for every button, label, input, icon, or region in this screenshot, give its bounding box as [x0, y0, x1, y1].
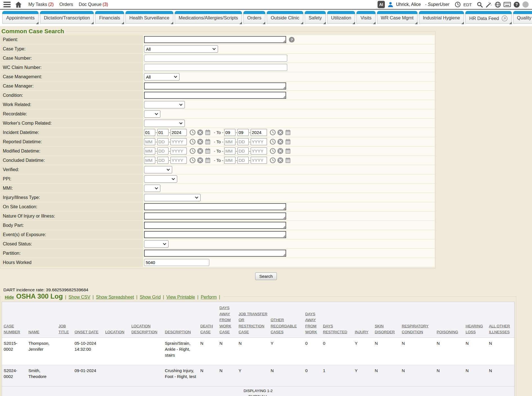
verified-select[interactable] [144, 166, 172, 173]
modified-datetime-to-yyyy-input[interactable] [251, 147, 267, 155]
menu-icon[interactable] [3, 2, 11, 8]
perform-link[interactable]: Perform [201, 295, 217, 299]
hours-worked-input[interactable] [144, 259, 209, 266]
reported-datetime-to-time-picker-icon[interactable] [270, 138, 276, 145]
incident-datetime-from-clear-date-icon[interactable] [197, 129, 203, 136]
on-site-location-input[interactable] [144, 203, 286, 210]
hide-link[interactable]: Hide [5, 295, 14, 299]
incident-datetime-to-calendar-icon[interactable] [285, 129, 291, 136]
tab-outside-clinic[interactable]: Outside Clinic [267, 11, 303, 24]
reported-datetime-from-dd-input[interactable] [157, 138, 169, 145]
table-row-S2015-0002[interactable]: S2015-0002Thompson, Jennifer05-10-2024 1… [2, 337, 514, 365]
magic-wand-icon[interactable] [486, 1, 492, 8]
globe-icon[interactable] [495, 1, 501, 8]
col-sort-injury[interactable]: INJURY [355, 330, 369, 334]
wc-claim-number-input[interactable] [144, 64, 287, 71]
work-related-select[interactable] [144, 101, 185, 108]
tab-visits[interactable]: Visits [356, 11, 375, 24]
show-spreadsheet-link[interactable]: Show Spreadsheet [96, 295, 134, 299]
incident-datetime-from-dd-input[interactable] [157, 129, 169, 136]
col-sort-poisoning[interactable]: POISONING [437, 330, 458, 334]
case-management-select[interactable]: All [144, 73, 179, 80]
modified-datetime-from-yyyy-input[interactable] [170, 147, 187, 155]
tab-orders[interactable]: Orders [243, 11, 265, 24]
reported-datetime-from-calendar-icon[interactable] [205, 138, 211, 145]
tab-appointments[interactable]: Appointments [2, 11, 39, 24]
col-sort-name[interactable]: NAME [28, 330, 39, 334]
modified-datetime-to-dd-input[interactable] [237, 147, 249, 155]
ai-badge[interactable]: AI [378, 1, 385, 8]
col-sort-days-away-from-work-case[interactable]: DAYS AWAY FROM WORK CASE [219, 306, 231, 334]
show-grid-link[interactable]: Show Grid [140, 295, 161, 299]
nature-of-injury-or-illness-input[interactable] [144, 212, 286, 220]
concluded-datetime-to-calendar-icon[interactable] [285, 157, 291, 164]
nav-doc-queue[interactable]: Doc Queue(3) [79, 2, 108, 7]
col-sort-all-other-illnesses[interactable]: ALL OTHER ILLNESSES [489, 324, 510, 334]
partition-input[interactable] [144, 250, 286, 257]
col-sort-description[interactable]: DESCRIPTION [165, 330, 191, 334]
case-type-select[interactable]: All [144, 45, 218, 53]
tab-medications-allergies-scripts[interactable]: Medications/Allergies/Scripts [175, 11, 242, 24]
modified-datetime-from-calendar-icon[interactable] [205, 148, 211, 154]
concluded-datetime-from-time-picker-icon[interactable] [189, 157, 196, 164]
col-sort-onset-date[interactable]: ONSET DATE [75, 330, 98, 334]
incident-datetime-to-mm-input[interactable] [224, 129, 235, 136]
reported-datetime-from-yyyy-input[interactable] [170, 138, 187, 145]
clock-icon[interactable] [455, 1, 461, 8]
event-s-of-exposure-input[interactable] [144, 231, 286, 238]
tab-dictation-transcription[interactable]: Dictation/Transcription [40, 11, 94, 24]
col-sort-hearing-loss[interactable]: HEARING LOSS [466, 324, 483, 334]
nav-orders[interactable]: Orders [59, 2, 73, 7]
incident-datetime-from-yyyy-input[interactable] [170, 129, 187, 136]
case-number-input[interactable] [144, 55, 287, 62]
incident-datetime-from-calendar-icon[interactable] [205, 129, 211, 136]
injury-illness-type-select[interactable] [144, 194, 201, 201]
search-button[interactable]: Search [255, 272, 277, 280]
incident-datetime-to-clear-date-icon[interactable] [277, 129, 284, 136]
col-sort-job-transfer-or-restriction-case[interactable]: JOB TRANSFER OR RESTRICTION CASE [239, 312, 268, 334]
modified-datetime-to-clear-date-icon[interactable] [277, 148, 284, 154]
worker-s-comp-related-select[interactable] [144, 120, 185, 127]
reported-datetime-from-clear-date-icon[interactable] [197, 138, 203, 145]
col-sort-location[interactable]: LOCATION [105, 330, 124, 334]
col-sort-skin-disorder[interactable]: SKIN DISORDER [375, 324, 395, 334]
mmi-select[interactable] [144, 185, 160, 192]
show-csv-link[interactable]: Show CSV [68, 295, 90, 299]
reported-datetime-from-time-picker-icon[interactable] [189, 138, 196, 145]
home-icon[interactable] [15, 1, 22, 8]
tab-hr-data-feed[interactable]: HR Data Feed [465, 11, 511, 24]
ppi-select[interactable] [144, 175, 177, 183]
modified-datetime-from-clear-date-icon[interactable] [197, 148, 203, 154]
incident-datetime-from-time-picker-icon[interactable] [189, 129, 196, 136]
concluded-datetime-from-dd-input[interactable] [157, 157, 169, 164]
col-sort-case-number[interactable]: CASE NUMBER [4, 324, 20, 334]
patient-input[interactable] [144, 36, 286, 43]
col-sort-days-away-from-work[interactable]: DAYS AWAY FROM WORK [305, 312, 317, 334]
search-icon[interactable] [477, 1, 483, 8]
col-sort-location-description[interactable]: LOCATION DESCRIPTION [131, 324, 157, 334]
nav-my-tasks[interactable]: My Tasks(2) [28, 2, 54, 7]
concluded-datetime-to-mm-input[interactable] [224, 157, 235, 164]
col-sort-respiratory-condition[interactable]: RESPIRATORY CONDITION [402, 324, 428, 334]
concluded-datetime-from-clear-date-icon[interactable] [197, 157, 203, 164]
body-part-input[interactable] [144, 222, 286, 229]
keyboard-icon[interactable] [504, 2, 511, 7]
reported-datetime-to-clear-date-icon[interactable] [277, 138, 284, 145]
tab-safety[interactable]: Safety [305, 11, 326, 24]
incident-datetime-to-time-picker-icon[interactable] [270, 129, 276, 136]
reported-datetime-to-dd-input[interactable] [237, 138, 249, 145]
modified-datetime-to-mm-input[interactable] [224, 147, 235, 155]
modified-datetime-to-time-picker-icon[interactable] [270, 148, 276, 154]
reported-datetime-to-calendar-icon[interactable] [285, 138, 291, 145]
modified-datetime-to-calendar-icon[interactable] [285, 148, 291, 154]
incident-datetime-from-mm-input[interactable] [144, 129, 155, 136]
recordable-select[interactable] [144, 110, 160, 118]
user-icon[interactable] [387, 1, 394, 8]
concluded-datetime-to-dd-input[interactable] [237, 157, 249, 164]
concluded-datetime-to-yyyy-input[interactable] [251, 157, 267, 164]
modified-datetime-from-dd-input[interactable] [157, 147, 169, 155]
tab-health-surveillance[interactable]: Health Surveillance [125, 11, 173, 24]
reported-datetime-to-yyyy-input[interactable] [251, 138, 267, 145]
table-row-S2024-0002[interactable]: S2024-0002Smith, Theodore09-01-2024Crush… [2, 365, 514, 386]
tab-industrial-hygiene[interactable]: Industrial Hygiene [419, 11, 464, 24]
